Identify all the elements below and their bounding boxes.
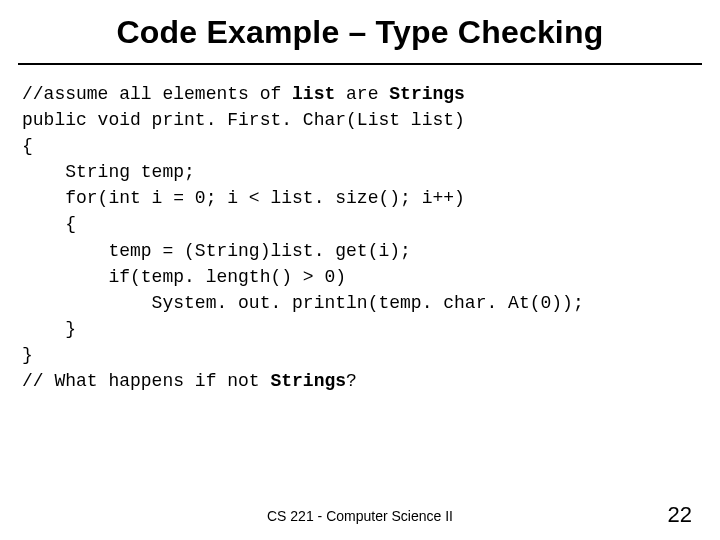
code-line-6: { (22, 214, 76, 234)
code-line-3: { (22, 136, 33, 156)
code-line-9: System. out. println(temp. char. At(0)); (22, 293, 584, 313)
code-line-4: String temp; (22, 162, 195, 182)
code-bold: list (292, 84, 335, 104)
code-block: //assume all elements of list are String… (0, 65, 720, 394)
code-line-11: } (22, 345, 33, 365)
code-line-10: } (22, 319, 76, 339)
page-number: 22 (668, 502, 692, 528)
code-text: //assume all elements of (22, 84, 292, 104)
code-line-1: //assume all elements of list are String… (22, 84, 465, 104)
code-text: // What happens if not (22, 371, 270, 391)
slide-title: Code Example – Type Checking (0, 0, 720, 57)
slide: Code Example – Type Checking //assume al… (0, 0, 720, 540)
code-bold: Strings (270, 371, 346, 391)
code-line-5: for(int i = 0; i < list. size(); i++) (22, 188, 465, 208)
footer-course: CS 221 - Computer Science II (0, 508, 720, 524)
code-text: are (335, 84, 389, 104)
code-line-8: if(temp. length() > 0) (22, 267, 346, 287)
code-line-12: // What happens if not Strings? (22, 371, 357, 391)
code-bold: Strings (389, 84, 465, 104)
code-line-7: temp = (String)list. get(i); (22, 241, 411, 261)
code-line-2: public void print. First. Char(List list… (22, 110, 465, 130)
code-text: ? (346, 371, 357, 391)
